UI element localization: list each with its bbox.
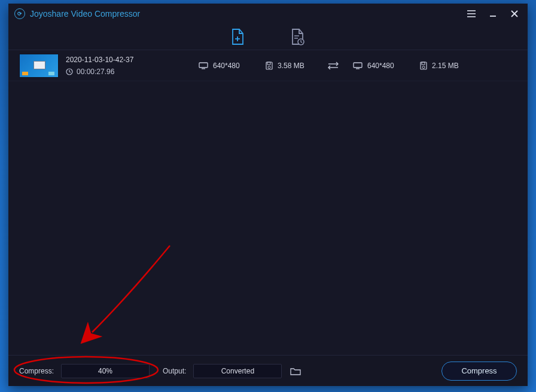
file-duration: 00:00:27.96 (66, 68, 191, 76)
titlebar: ⟳ Joyoshare Video Compressor (8, 4, 528, 24)
minimize-button[interactable] (482, 4, 504, 24)
compress-value: 40% (98, 367, 112, 375)
app-window: ⟳ Joyoshare Video Compressor (8, 4, 528, 386)
app-title: Joyoshare Video Compressor (30, 9, 140, 19)
app-logo-icon: ⟳ (14, 8, 25, 19)
clock-icon (66, 68, 73, 75)
monitor-icon (199, 62, 208, 69)
dst-resolution: 640*480 (353, 62, 413, 70)
output-label: Output: (163, 367, 186, 375)
compress-button[interactable]: Compress (441, 362, 517, 381)
file-row[interactable]: 2020-11-03-10-42-37 00:00:27.96 640*480 … (8, 50, 528, 81)
open-folder-button[interactable] (289, 365, 302, 378)
svg-rect-19 (354, 63, 362, 68)
tab-strip (8, 24, 528, 50)
disk-icon (266, 62, 273, 70)
src-resolution: 640*480 (199, 62, 258, 70)
compress-button-label: Compress (461, 366, 497, 375)
output-value-box[interactable]: Converted (193, 364, 282, 378)
menu-button[interactable] (461, 4, 482, 24)
file-thumbnail (19, 54, 59, 78)
monitor-icon (353, 62, 363, 69)
folder-icon (290, 367, 301, 375)
svg-point-16 (268, 66, 270, 68)
tab-history[interactable] (287, 26, 309, 48)
compress-label: Compress: (19, 367, 54, 375)
file-name: 2020-11-03-10-42-37 (66, 56, 191, 64)
file-meta: 2020-11-03-10-42-37 00:00:27.96 (66, 56, 191, 76)
close-button[interactable] (504, 4, 525, 24)
arrow-swap-icon (321, 62, 346, 70)
file-duration-value: 00:00:27.96 (77, 68, 114, 76)
svg-point-23 (422, 66, 425, 68)
disk-icon (420, 62, 427, 70)
file-list: 2020-11-03-10-42-37 00:00:27.96 640*480 … (8, 50, 528, 355)
tab-add-file[interactable] (227, 26, 249, 48)
output-value: Converted (221, 367, 254, 375)
bottom-bar: Compress: 40% Output: Converted Compress (8, 355, 528, 386)
svg-rect-12 (199, 63, 208, 68)
src-size: 3.58 MB (266, 62, 313, 70)
dst-size: 2.15 MB (420, 62, 468, 70)
compress-value-box[interactable]: 40% (61, 364, 150, 378)
